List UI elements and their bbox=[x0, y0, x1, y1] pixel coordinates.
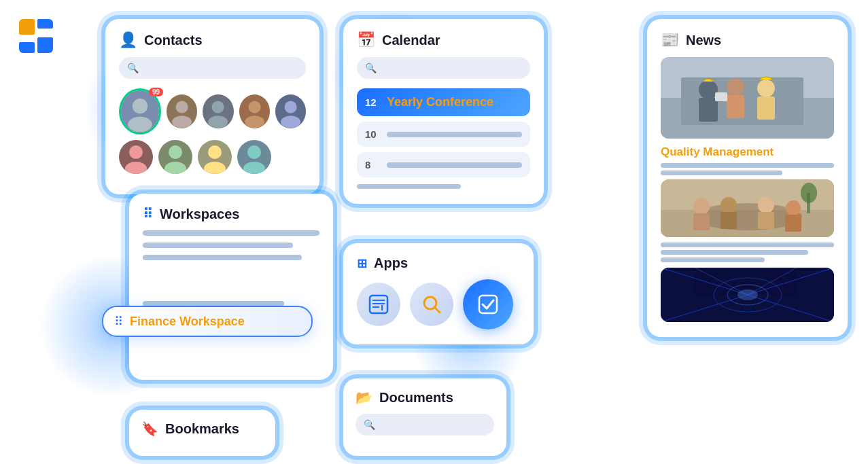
calendar-icon: 📅 bbox=[357, 31, 375, 49]
svg-point-31 bbox=[693, 198, 710, 215]
documents-title: 📂 Documents bbox=[355, 389, 494, 406]
calendar-item-10[interactable]: 10 bbox=[357, 122, 530, 147]
svg-point-6 bbox=[248, 101, 260, 113]
task-app-icon[interactable] bbox=[463, 279, 513, 329]
search-icon: 🔍 bbox=[127, 63, 139, 73]
news-app-icon[interactable] bbox=[357, 283, 400, 326]
svg-rect-24 bbox=[727, 95, 744, 118]
svg-point-12 bbox=[169, 145, 182, 159]
workspaces-title: ⠿ Workspaces bbox=[143, 206, 319, 222]
contact-avatar-6[interactable] bbox=[119, 140, 153, 174]
documents-search-bar[interactable]: 🔍 bbox=[355, 414, 494, 435]
news-icon: 📰 bbox=[661, 31, 679, 49]
news-article-1-title: Quality Management bbox=[661, 145, 834, 159]
svg-point-35 bbox=[758, 197, 774, 213]
svg-point-7 bbox=[245, 115, 264, 128]
svg-rect-22 bbox=[699, 98, 718, 122]
news-article-2-line-2 bbox=[661, 250, 808, 255]
bookmarks-card[interactable]: 🔖 Bookmarks bbox=[129, 410, 275, 456]
news-article-2[interactable] bbox=[661, 179, 834, 262]
calendar-item-8[interactable]: 8 bbox=[357, 152, 530, 177]
news-card[interactable]: 📰 News bbox=[647, 19, 848, 337]
svg-rect-36 bbox=[758, 212, 774, 229]
documents-icon: 📂 bbox=[355, 389, 372, 406]
search-app-icon[interactable] bbox=[410, 283, 453, 326]
news-line-1 bbox=[661, 163, 834, 168]
news-article-3-image[interactable] bbox=[661, 268, 834, 322]
documents-card[interactable]: 📂 Documents 🔍 bbox=[343, 378, 506, 456]
contact-avatar-main[interactable]: 99 bbox=[119, 88, 161, 135]
contact-avatar-7[interactable] bbox=[158, 140, 192, 174]
calendar-event-highlighted[interactable]: 12 Yearly Conference bbox=[357, 88, 530, 116]
news-line-2 bbox=[661, 171, 782, 175]
svg-line-59 bbox=[434, 307, 440, 313]
ws-line-3 bbox=[143, 255, 302, 260]
svg-point-5 bbox=[208, 115, 228, 128]
svg-point-21 bbox=[699, 80, 718, 99]
contacts-title: 👤 Contacts bbox=[119, 31, 306, 49]
app-logo[interactable] bbox=[19, 19, 65, 65]
finance-workspace-item[interactable]: ⠿ Finance Workspace bbox=[102, 306, 313, 337]
search-icon: 🔍 bbox=[364, 419, 375, 430]
calendar-bottom-bar bbox=[357, 184, 461, 189]
apps-icon: ⊞ bbox=[357, 256, 367, 271]
notification-badge: 99 bbox=[149, 88, 163, 96]
svg-point-15 bbox=[204, 162, 226, 174]
svg-point-8 bbox=[284, 101, 296, 113]
svg-point-11 bbox=[125, 162, 147, 174]
news-article-2-image bbox=[661, 179, 834, 237]
svg-point-23 bbox=[727, 78, 744, 96]
news-title: 📰 News bbox=[661, 31, 834, 49]
svg-point-1 bbox=[128, 117, 152, 132]
svg-point-10 bbox=[129, 145, 143, 159]
svg-point-2 bbox=[176, 101, 188, 113]
svg-rect-34 bbox=[721, 212, 737, 229]
svg-point-14 bbox=[208, 145, 222, 159]
main-scene: 👤 Contacts 🔍 99 bbox=[0, 0, 868, 464]
calendar-title: 📅 Calendar bbox=[357, 31, 530, 49]
ws-line-2 bbox=[143, 243, 293, 248]
finance-workspace-icon: ⠿ bbox=[114, 314, 123, 329]
contact-avatar-5[interactable] bbox=[275, 94, 306, 128]
svg-point-16 bbox=[247, 145, 261, 159]
svg-point-13 bbox=[164, 162, 186, 174]
workspaces-card[interactable]: ⠿ Workspaces ⠿ Finance Workspace bbox=[129, 194, 333, 380]
svg-point-4 bbox=[212, 101, 224, 113]
svg-point-17 bbox=[243, 162, 265, 174]
bookmarks-icon: 🔖 bbox=[141, 421, 158, 437]
contacts-card[interactable]: 👤 Contacts 🔍 99 bbox=[105, 19, 319, 194]
svg-rect-26 bbox=[757, 96, 775, 120]
ws-line-1 bbox=[143, 230, 319, 236]
search-icon: 🔍 bbox=[365, 63, 377, 73]
contacts-avatar-row-2 bbox=[119, 140, 306, 174]
svg-point-37 bbox=[786, 200, 801, 215]
contacts-search-bar[interactable]: 🔍 bbox=[119, 57, 306, 79]
svg-point-3 bbox=[172, 115, 192, 128]
contact-avatar-8[interactable] bbox=[198, 140, 232, 174]
apps-card[interactable]: ⊞ Apps bbox=[343, 243, 534, 344]
svg-point-25 bbox=[757, 79, 775, 97]
news-article-1-image[interactable] bbox=[661, 57, 834, 139]
calendar-search-bar[interactable]: 🔍 bbox=[357, 57, 530, 79]
contacts-avatar-row-1: 99 bbox=[119, 88, 306, 135]
news-article-2-line-1 bbox=[661, 243, 834, 247]
svg-rect-27 bbox=[715, 92, 727, 101]
news-article-2-line-3 bbox=[661, 257, 765, 262]
workspaces-icon: ⠿ bbox=[143, 206, 153, 222]
contact-avatar-4[interactable] bbox=[239, 94, 270, 128]
contact-avatar-9[interactable] bbox=[237, 140, 271, 174]
bookmarks-title: 🔖 Bookmarks bbox=[141, 421, 263, 437]
contact-avatar-3[interactable] bbox=[203, 94, 233, 128]
svg-point-33 bbox=[721, 197, 737, 213]
svg-point-0 bbox=[133, 99, 147, 113]
svg-point-9 bbox=[281, 115, 300, 128]
apps-title: ⊞ Apps bbox=[357, 255, 520, 271]
svg-point-40 bbox=[801, 183, 817, 203]
contacts-icon: 👤 bbox=[119, 31, 137, 49]
svg-rect-32 bbox=[693, 213, 710, 230]
calendar-card[interactable]: 📅 Calendar 🔍 12 Yearly Conference 10 8 bbox=[343, 19, 544, 204]
app-icons-row bbox=[357, 279, 520, 329]
contact-avatar-2[interactable] bbox=[167, 94, 197, 128]
svg-rect-38 bbox=[785, 215, 801, 232]
